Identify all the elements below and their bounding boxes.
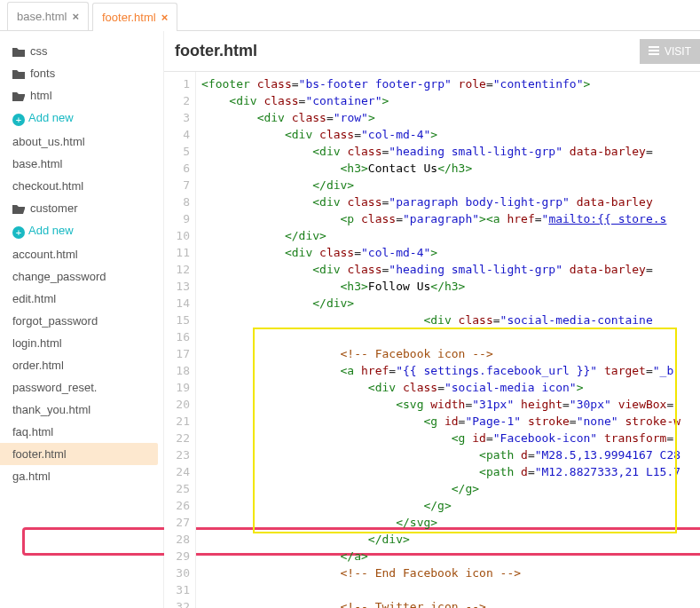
file-login-html[interactable]: login.html — [12, 332, 163, 354]
file-base-html[interactable]: base.html — [12, 153, 163, 175]
plus-icon: + — [12, 226, 25, 239]
editor-panel: footer.html VISIT 1 2 3 4 5 6 7 8 9 10 1… — [164, 31, 700, 608]
folder-label: html — [30, 89, 52, 102]
folder-icon — [12, 67, 30, 80]
editor-header: footer.html VISIT — [164, 31, 700, 72]
file-password-reset-[interactable]: password_reset. — [12, 376, 163, 399]
folder-html[interactable]: html — [12, 84, 163, 107]
code-editor[interactable]: 1 2 3 4 5 6 7 8 9 10 11 12 13 14 15 16 1… — [164, 72, 700, 608]
file-footer-html[interactable]: footer.html — [0, 443, 158, 465]
folder-label: css — [30, 44, 48, 58]
plus-icon: + — [12, 114, 25, 126]
file-tree-sidebar: css fonts html +Add new about_us.htmlbas… — [0, 31, 164, 608]
folder-icon — [12, 44, 30, 58]
file-about-us-html[interactable]: about_us.html — [12, 130, 163, 153]
visit-button[interactable]: VISIT — [640, 39, 700, 64]
tabs-bar: base.html × footer.html × — [0, 0, 700, 31]
folder-open-icon — [12, 89, 30, 102]
folder-label: fonts — [30, 67, 55, 80]
file-account-html[interactable]: account.html — [12, 243, 163, 265]
file-forgot-password[interactable]: forgot_password — [12, 310, 163, 332]
add-new-label: Add new — [28, 111, 74, 124]
line-gutter: 1 2 3 4 5 6 7 8 9 10 11 12 13 14 15 16 1… — [164, 72, 196, 608]
close-icon[interactable]: × — [161, 11, 169, 24]
add-new-html[interactable]: +Add new — [12, 107, 163, 130]
tab-footer-html[interactable]: footer.html × — [92, 3, 177, 31]
file-edit-html[interactable]: edit.html — [12, 288, 163, 310]
folder-open-icon — [12, 201, 30, 215]
editor-title: footer.html — [175, 42, 257, 60]
selection-highlight — [22, 527, 164, 556]
file-change-password[interactable]: change_password — [12, 265, 163, 288]
visit-label: VISIT — [665, 45, 691, 58]
folder-fonts[interactable]: fonts — [12, 62, 163, 84]
file-ga-html[interactable]: ga.html — [12, 465, 163, 487]
add-new-customer[interactable]: +Add new — [12, 219, 163, 243]
main: css fonts html +Add new about_us.htmlbas… — [0, 31, 700, 608]
file-order-html[interactable]: order.html — [12, 354, 163, 376]
file-faq-html[interactable]: faq.html — [12, 421, 163, 443]
folder-css[interactable]: css — [12, 40, 163, 62]
tab-label: footer.html — [102, 11, 156, 24]
folder-customer[interactable]: customer — [12, 197, 163, 219]
folder-label: customer — [30, 201, 77, 215]
file-thank-you-html[interactable]: thank_you.html — [12, 399, 163, 421]
tab-label: base.html — [17, 10, 67, 23]
file-checkout-html[interactable]: checkout.html — [12, 175, 163, 197]
tab-base-html[interactable]: base.html × — [7, 2, 89, 30]
code-content[interactable]: <footer class="bs-footer footer-grp" rol… — [196, 72, 700, 608]
list-icon — [649, 45, 659, 58]
add-new-label: Add new — [28, 224, 74, 237]
close-icon[interactable]: × — [72, 10, 79, 23]
